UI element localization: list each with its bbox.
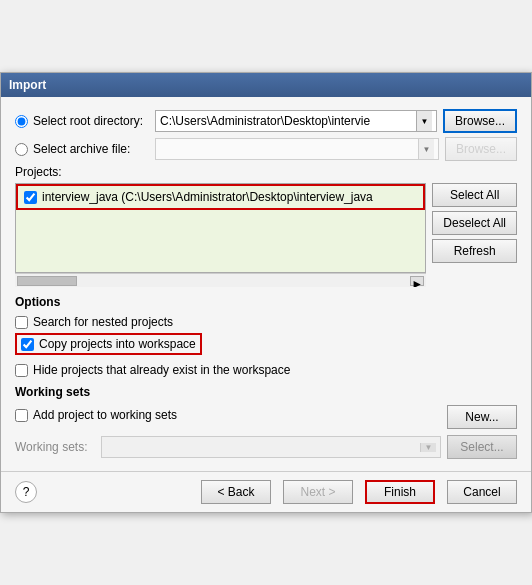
copy-projects-checkbox[interactable] <box>21 338 34 351</box>
dialog-body: Select root directory: C:\Users\Administ… <box>1 97 531 471</box>
search-nested-row: Search for nested projects <box>15 315 517 329</box>
archive-file-radio[interactable] <box>15 143 28 156</box>
dialog-title-bar: Import <box>1 73 531 97</box>
dialog-footer: ? < Back Next > Finish Cancel <box>1 471 531 512</box>
add-working-set-option: Add project to working sets <box>15 408 177 422</box>
root-directory-radio[interactable] <box>15 115 28 128</box>
options-section: Options Search for nested projects Copy … <box>15 295 517 377</box>
cancel-button[interactable]: Cancel <box>447 480 517 504</box>
projects-buttons: Select All Deselect All Refresh <box>432 183 517 287</box>
options-title: Options <box>15 295 517 309</box>
projects-list-wrapper: interview_java (C:\Users\Administrator\D… <box>15 183 426 287</box>
scrollbar-thumb[interactable] <box>17 276 77 286</box>
archive-file-row: Select archive file: ▼ Browse... <box>15 137 517 161</box>
archive-path-combo: ▼ <box>155 138 439 160</box>
projects-list-container: interview_java (C:\Users\Administrator\D… <box>15 183 517 287</box>
next-button[interactable]: Next > <box>283 480 353 504</box>
working-sets-section: Working sets Add project to working sets… <box>15 385 517 459</box>
working-sets-label: Working sets: <box>15 440 95 454</box>
scrollbar-right-arrow[interactable]: ► <box>410 276 424 286</box>
add-working-set-label[interactable]: Add project to working sets <box>33 408 177 422</box>
root-path-arrow[interactable]: ▼ <box>416 111 432 131</box>
hide-existing-checkbox[interactable] <box>15 364 28 377</box>
working-sets-combo: ▼ <box>101 436 441 458</box>
root-path-value: C:\Users\Administrator\Desktop\intervie <box>160 114 416 128</box>
add-to-working-sets-row: Add project to working sets New... <box>15 405 517 429</box>
finish-button[interactable]: Finish <box>365 480 435 504</box>
project-item-text: interview_java (C:\Users\Administrator\D… <box>42 190 373 204</box>
refresh-button[interactable]: Refresh <box>432 239 517 263</box>
projects-list[interactable]: interview_java (C:\Users\Administrator\D… <box>15 183 426 273</box>
select-all-button[interactable]: Select All <box>432 183 517 207</box>
new-working-set-button[interactable]: New... <box>447 405 517 429</box>
hide-existing-label[interactable]: Hide projects that already exist in the … <box>33 363 290 377</box>
copy-projects-label[interactable]: Copy projects into workspace <box>39 337 196 351</box>
working-sets-combo-arrow: ▼ <box>420 443 436 452</box>
horizontal-scrollbar[interactable]: ► <box>15 273 426 287</box>
select-working-set-button: Select... <box>447 435 517 459</box>
deselect-all-button[interactable]: Deselect All <box>432 211 517 235</box>
projects-label: Projects: <box>15 165 517 179</box>
search-nested-label[interactable]: Search for nested projects <box>33 315 173 329</box>
hide-existing-row: Hide projects that already exist in the … <box>15 363 517 377</box>
copy-projects-row: Copy projects into workspace <box>15 333 202 355</box>
project-item[interactable]: interview_java (C:\Users\Administrator\D… <box>16 184 425 210</box>
browse-archive-button: Browse... <box>445 137 517 161</box>
archive-path-arrow: ▼ <box>418 139 434 159</box>
root-directory-label[interactable]: Select root directory: <box>15 114 155 128</box>
projects-section: Projects: interview_java (C:\Users\Admin… <box>15 165 517 287</box>
root-path-combo[interactable]: C:\Users\Administrator\Desktop\intervie … <box>155 110 437 132</box>
add-working-set-checkbox[interactable] <box>15 409 28 422</box>
dialog-title: Import <box>9 78 46 92</box>
import-dialog: Import Select root directory: C:\Users\A… <box>0 72 532 513</box>
working-sets-combo-row: Working sets: ▼ Select... <box>15 435 517 459</box>
archive-file-label[interactable]: Select archive file: <box>15 142 155 156</box>
search-nested-checkbox[interactable] <box>15 316 28 329</box>
working-sets-title: Working sets <box>15 385 517 399</box>
browse-root-button[interactable]: Browse... <box>443 109 517 133</box>
back-button[interactable]: < Back <box>201 480 271 504</box>
footer-buttons: < Back Next > Finish Cancel <box>195 480 517 504</box>
root-directory-row: Select root directory: C:\Users\Administ… <box>15 109 517 133</box>
project-checkbox[interactable] <box>24 191 37 204</box>
help-button[interactable]: ? <box>15 481 37 503</box>
